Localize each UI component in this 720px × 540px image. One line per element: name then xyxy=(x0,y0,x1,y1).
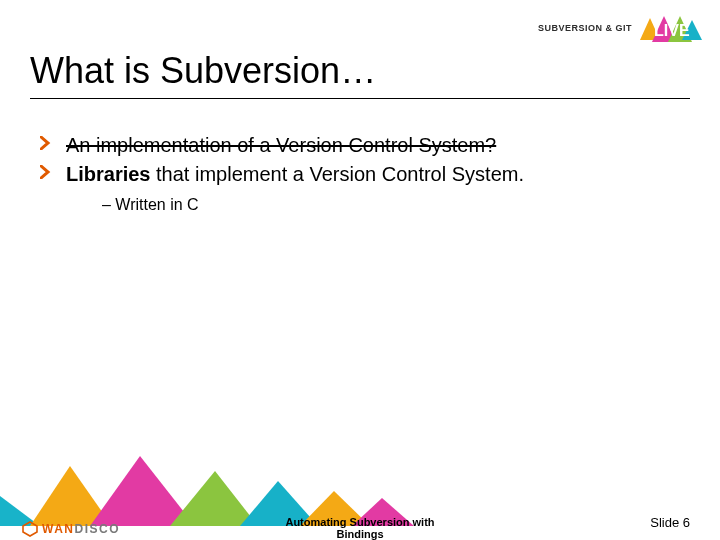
wandisco-logo: WANDISCO xyxy=(22,521,120,537)
bullet-list: An implementation of a Version Control S… xyxy=(40,132,680,216)
branding-text: SUBVERSION & GIT xyxy=(538,23,632,33)
chevron-icon xyxy=(40,136,52,150)
sub-bullet-list: Written in C xyxy=(102,194,680,216)
footer-center-title: Automating Subversion with Bindings xyxy=(285,516,434,540)
content-area: An implementation of a Version Control S… xyxy=(40,132,680,218)
chevron-icon xyxy=(40,165,52,179)
bullet-item: Libraries that implement a Version Contr… xyxy=(40,161,680,216)
slide-number: Slide 6 xyxy=(650,515,690,530)
sub-bullet-item: Written in C xyxy=(102,194,680,216)
wandisco-text: WANDISCO xyxy=(42,522,120,536)
slide: SUBVERSION & GIT LIVE What is Subversion… xyxy=(0,0,720,540)
title-underline xyxy=(30,98,690,99)
svg-marker-11 xyxy=(23,522,37,536)
live-logo: LIVE xyxy=(638,12,702,44)
hexagon-icon xyxy=(22,521,38,537)
bullet-item: An implementation of a Version Control S… xyxy=(40,132,680,159)
branding-block: SUBVERSION & GIT LIVE xyxy=(538,12,702,44)
live-text: LIVE xyxy=(654,22,690,39)
footer-line1: Automating Subversion with xyxy=(285,516,434,528)
bullet-text: Libraries that implement a Version Contr… xyxy=(66,163,524,185)
footer-line2: Bindings xyxy=(285,528,434,540)
page-title: What is Subversion… xyxy=(30,50,376,92)
bullet-text: An implementation of a Version Control S… xyxy=(66,134,496,156)
svg-marker-7 xyxy=(170,471,258,526)
